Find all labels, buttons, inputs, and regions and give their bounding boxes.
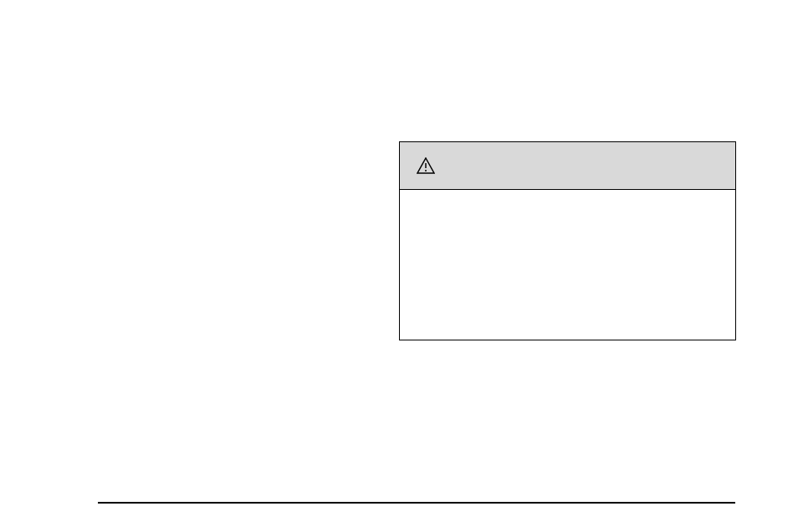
callout-header	[400, 142, 735, 190]
callout-body	[400, 190, 735, 340]
callout-box	[399, 141, 736, 340]
footer-rule	[98, 502, 735, 504]
warning-triangle-icon	[417, 157, 435, 174]
svg-point-1	[425, 170, 427, 171]
